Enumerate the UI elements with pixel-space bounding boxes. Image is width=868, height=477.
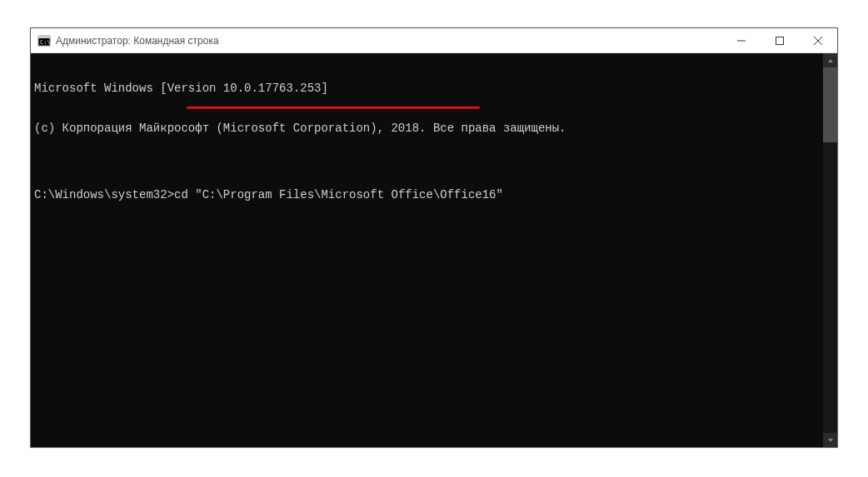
close-button[interactable] [799, 28, 837, 52]
prompt-line: C:\Windows\system32>cd "C:\Program Files… [34, 188, 820, 201]
minimize-button[interactable] [722, 28, 761, 52]
cmd-icon: C:\ [37, 34, 51, 47]
svg-marker-8 [828, 439, 833, 442]
svg-rect-1 [38, 36, 50, 38]
svg-rect-4 [776, 37, 784, 44]
scroll-up-button[interactable] [823, 53, 837, 67]
version-line: Microsoft Windows [Version 10.0.17763.25… [34, 82, 820, 95]
titlebar[interactable]: C:\ Администратор: Командная строка [31, 28, 837, 53]
copyright-line: (c) Корпорация Майкрософт (Microsoft Cor… [34, 122, 820, 135]
window-title: Администратор: Командная строка [56, 35, 722, 47]
prompt-text: C:\Windows\system32> [34, 188, 174, 201]
command-prompt-window: C:\ Администратор: Командная строка Micr… [30, 27, 838, 448]
scroll-track[interactable] [823, 67, 837, 433]
red-underline-annotation [187, 107, 480, 109]
scroll-thumb[interactable] [823, 67, 837, 142]
vertical-scrollbar[interactable] [823, 53, 837, 447]
svg-marker-7 [828, 59, 833, 62]
window-controls [722, 28, 837, 52]
console-body: Microsoft Windows [Version 10.0.17763.25… [31, 53, 837, 447]
svg-text:C:\: C:\ [40, 39, 51, 46]
scroll-down-button[interactable] [823, 433, 837, 447]
maximize-button[interactable] [761, 28, 799, 52]
command-text: cd "C:\Program Files\Microsoft Office\Of… [174, 188, 503, 201]
console-output[interactable]: Microsoft Windows [Version 10.0.17763.25… [31, 53, 823, 447]
